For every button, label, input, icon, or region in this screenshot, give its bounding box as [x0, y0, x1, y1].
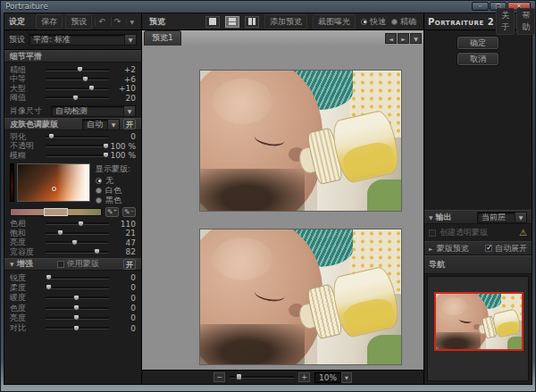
preview-image-after[interactable]	[199, 229, 402, 365]
slider-track[interactable]	[46, 241, 109, 244]
smoothing-title: 细节平滑	[10, 51, 42, 63]
skin-mask-section-header[interactable]: 皮肤色调蒙版 自动 ▼ 开	[4, 118, 141, 130]
slider-handle[interactable]	[88, 85, 95, 91]
preset-button[interactable]: 预设	[65, 14, 92, 29]
output-target-dropdown[interactable]: 当前层 ▼	[477, 212, 527, 223]
color-picker-dot[interactable]	[52, 187, 56, 191]
redo-icon[interactable]: ↷	[111, 17, 124, 26]
slider-handle[interactable]	[48, 133, 54, 139]
baby-photo	[200, 229, 401, 364]
mask-mode-dropdown[interactable]: 自动 ▼	[82, 119, 120, 130]
slider-track[interactable]	[46, 317, 109, 320]
slider-track[interactable]	[46, 145, 109, 147]
vertical-split-button[interactable]	[245, 16, 259, 28]
luminance-strip[interactable]	[10, 163, 14, 202]
slider-track[interactable]	[46, 222, 109, 225]
slider-track[interactable]	[46, 88, 109, 90]
mask-on-toggle[interactable]: 开	[123, 119, 136, 129]
slider-value: 110	[109, 220, 136, 229]
radio-icon[interactable]	[361, 19, 367, 25]
radio-icon[interactable]	[96, 178, 102, 184]
slider-handle[interactable]	[77, 66, 83, 72]
use-mask-checkbox[interactable]: 使用蒙版	[57, 258, 99, 270]
single-view-button[interactable]	[205, 16, 220, 28]
smoothing-section-header[interactable]: 细节平滑	[4, 50, 141, 63]
save-button[interactable]: 保存	[36, 14, 63, 29]
slider-track[interactable]	[46, 136, 109, 138]
color-gradient-box[interactable]	[17, 163, 90, 202]
zoom-out-button[interactable]: −	[214, 372, 225, 382]
ok-button[interactable]: 确定	[457, 37, 498, 49]
minimize-button[interactable]: –	[472, 2, 489, 11]
zoom-dropdown-icon[interactable]: ▼	[341, 372, 352, 383]
checkbox-icon[interactable]	[57, 261, 64, 268]
slider-track[interactable]	[46, 307, 109, 310]
horizontal-split-button[interactable]	[225, 16, 239, 28]
slider-handle[interactable]	[71, 239, 78, 246]
tab-scroll-left-icon[interactable]: ◄	[385, 33, 397, 44]
radio-icon[interactable]	[391, 19, 398, 25]
subtract-eyedropper-icon[interactable]: ✎⁻	[122, 207, 136, 217]
preset-dropdown[interactable]: 平滑: 标准 ▼	[29, 34, 137, 46]
slider-track[interactable]	[46, 69, 109, 71]
zoom-slider-handle[interactable]	[236, 373, 242, 380]
transparency-label: 创建透明蒙版	[440, 227, 488, 238]
bottle-milk	[497, 321, 519, 336]
accurate-radio[interactable]: 精确	[391, 16, 416, 28]
zoom-slider-track[interactable]	[230, 376, 294, 379]
portrait-size-dropdown[interactable]: 自动检测 ▼	[51, 105, 136, 117]
hue-range-strip[interactable]	[10, 208, 102, 216]
radio-icon[interactable]	[96, 188, 102, 194]
slider-row: 宽容度 82	[4, 247, 141, 257]
zoom-level-value[interactable]: 10%	[314, 372, 341, 383]
slider-track[interactable]	[46, 296, 109, 299]
output-section-header[interactable]: ▼ 输出 当前层 ▼	[424, 210, 532, 224]
mask-preview-header[interactable]: ► 蒙版预览 自动展开	[424, 241, 532, 255]
hue-selection[interactable]	[44, 208, 67, 216]
cancel-button[interactable]: 取消	[457, 53, 498, 65]
slider-track[interactable]	[46, 96, 109, 99]
zoom-in-button[interactable]: +	[298, 372, 310, 382]
slider-track[interactable]	[46, 251, 109, 254]
cheek-highlight	[213, 79, 273, 123]
undo-icon[interactable]: ↶	[95, 17, 108, 26]
slider-handle[interactable]	[73, 304, 80, 311]
slider-handle[interactable]	[78, 221, 84, 227]
titlebar[interactable]: Portraiture – ▢ ✕	[0, 0, 536, 13]
fast-radio[interactable]: 快速	[361, 16, 386, 28]
chevron-down-icon: ▼	[124, 35, 136, 45]
enhance-on-toggle[interactable]: 开	[123, 259, 136, 270]
add-preview-button[interactable]: 添加预览	[264, 14, 307, 29]
slider-handle[interactable]	[57, 229, 63, 236]
slider-handle[interactable]	[46, 274, 52, 280]
navigator-thumbnail[interactable]	[434, 292, 523, 351]
slider-track[interactable]	[46, 277, 109, 279]
slider-handle[interactable]	[46, 284, 52, 290]
add-eyedropper-icon[interactable]: ✎⁺	[105, 207, 119, 217]
checkbox-icon[interactable]	[485, 245, 492, 252]
preset-menu-icon[interactable]: ▼	[126, 19, 137, 25]
slider-handle[interactable]	[82, 76, 88, 82]
portrait-size-row: 肖像尺寸 自动检测 ▼	[4, 104, 141, 118]
tab-scroll-right-icon[interactable]: ►	[398, 33, 409, 44]
preview-image-before[interactable]	[199, 70, 402, 212]
slider-handle[interactable]	[72, 95, 79, 101]
tab-list-icon[interactable]: ▼	[410, 33, 422, 44]
slider-handle[interactable]	[94, 248, 100, 254]
slider-track[interactable]	[46, 232, 109, 235]
preview-canvas[interactable]	[142, 46, 423, 370]
slider-handle[interactable]	[73, 325, 80, 331]
tab-preview1[interactable]: 预览1	[144, 30, 181, 46]
show-mask-black[interactable]: 黑色	[96, 196, 136, 205]
slider-track[interactable]	[46, 327, 109, 329]
enhance-section-header[interactable]: ▼ 增强 使用蒙版 开	[4, 258, 141, 271]
crop-exposure-button[interactable]: 裁图曝光	[313, 14, 356, 29]
slider-track[interactable]	[46, 154, 109, 157]
radio-icon[interactable]	[96, 197, 102, 204]
slider-track[interactable]	[46, 287, 109, 289]
slider-handle[interactable]	[73, 314, 80, 321]
slider-handle[interactable]	[73, 295, 80, 301]
slider-track[interactable]	[46, 78, 109, 80]
transparency-checkbox[interactable]	[429, 229, 436, 237]
auto-expand-checkbox[interactable]: 自动展开	[485, 243, 527, 254]
